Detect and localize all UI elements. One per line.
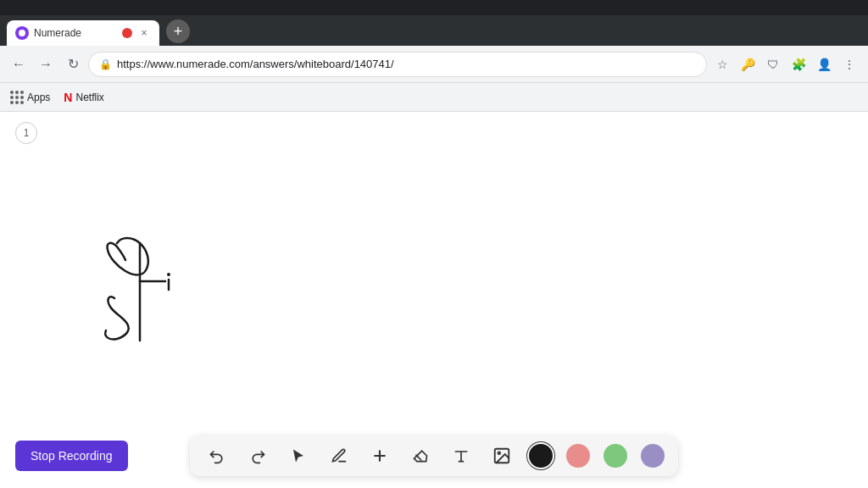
reload-button[interactable]: ↻ <box>61 53 85 76</box>
select-tool-button[interactable] <box>285 442 312 469</box>
apps-grid-icon <box>10 91 24 104</box>
pencil-tool-button[interactable] <box>326 442 353 469</box>
svg-point-5 <box>498 452 500 454</box>
drawing-canvas <box>0 112 868 488</box>
page-indicator[interactable]: 1 <box>15 122 37 144</box>
apps-bookmark[interactable]: Apps <box>10 91 50 104</box>
color-green[interactable] <box>604 444 627 468</box>
more-icon[interactable]: ⋮ <box>837 53 861 76</box>
new-tab-button[interactable]: + <box>166 19 190 43</box>
svg-point-1 <box>167 273 170 276</box>
color-lavender[interactable] <box>641 444 665 468</box>
whiteboard[interactable]: 1 Stop Recording <box>0 112 868 488</box>
color-pink[interactable] <box>566 444 590 468</box>
svg-point-0 <box>19 30 25 36</box>
tab-close-button[interactable]: × <box>137 26 151 40</box>
back-button[interactable]: ← <box>7 53 31 76</box>
color-black[interactable] <box>529 444 553 468</box>
add-button[interactable] <box>366 442 393 469</box>
nav-actions: ☆ 🔑 🛡 🧩 👤 ⋮ <box>710 53 861 76</box>
forward-button[interactable]: → <box>34 53 58 76</box>
user-icon[interactable]: 👤 <box>812 53 836 76</box>
security-icon[interactable]: 🛡 <box>761 53 785 76</box>
redo-button[interactable] <box>244 442 271 469</box>
stop-recording-button[interactable]: Stop Recording <box>15 441 128 471</box>
netflix-label: Netflix <box>75 92 103 103</box>
browser-title-bar <box>0 0 868 15</box>
eraser-tool-button[interactable] <box>407 442 434 469</box>
netflix-bookmark[interactable]: N Netflix <box>64 91 103 104</box>
tab-label: Numerade <box>34 27 117 39</box>
image-tool-button[interactable] <box>488 442 515 469</box>
address-bar[interactable]: 🔒 https://www.numerade.com/answers/white… <box>88 52 707 77</box>
extension-icon[interactable]: 🧩 <box>787 53 810 76</box>
lock-icon: 🔒 <box>99 58 112 70</box>
tab-bar: Numerade × + <box>0 15 868 46</box>
whiteboard-toolbar <box>190 435 678 476</box>
text-tool-button[interactable] <box>448 442 475 469</box>
url-text: https://www.numerade.com/answers/whitebo… <box>117 58 394 70</box>
apps-label: Apps <box>27 92 50 103</box>
nav-bar: ← → ↻ 🔒 https://www.numerade.com/answers… <box>0 46 868 83</box>
active-tab[interactable]: Numerade × <box>7 20 159 46</box>
undo-button[interactable] <box>203 442 231 469</box>
tab-favicon <box>15 26 29 40</box>
recording-dot <box>122 28 132 38</box>
password-icon[interactable]: 🔑 <box>736 53 760 76</box>
bookmark-icon[interactable]: ☆ <box>710 53 734 76</box>
netflix-icon: N <box>64 91 72 104</box>
bookmarks-bar: Apps N Netflix <box>0 83 868 112</box>
